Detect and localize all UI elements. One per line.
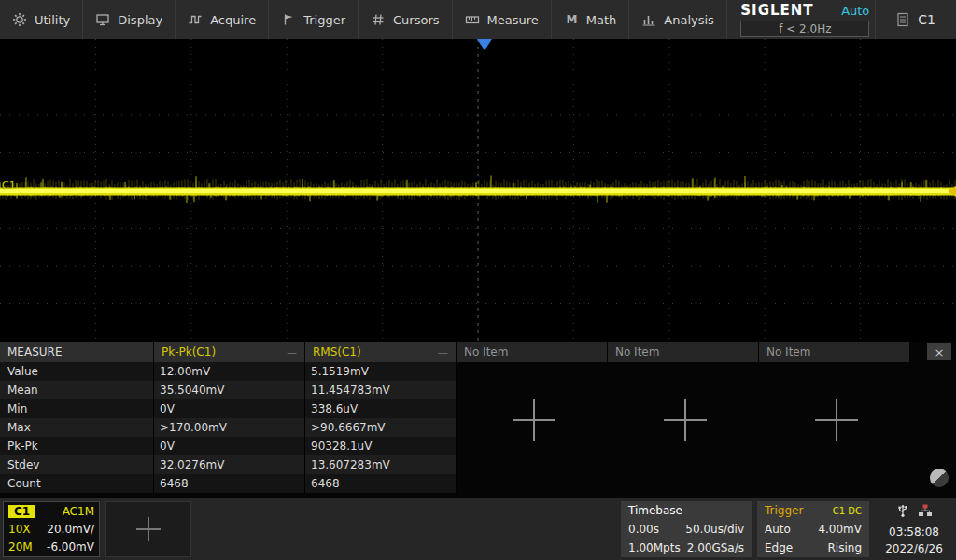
measure-stats-table: Value 12.00mV 5.1519mV Mean 35.5040mV 11… xyxy=(0,362,457,493)
channel-1-descriptor[interactable]: C1 AC1M 10X 20.0mV/ 20M -6.00mV xyxy=(3,501,100,557)
menu-analysis[interactable]: Analysis xyxy=(629,0,727,39)
channel-coupling: AC1M xyxy=(63,505,94,518)
menu-label: Analysis xyxy=(664,13,714,27)
acquisition-status: Auto xyxy=(841,4,869,18)
brand-logo: SIGLENT xyxy=(740,2,813,19)
timebase-descriptor[interactable]: Timebase 0.00s 50.0us/div 1.00Mpts 2.00G… xyxy=(621,501,752,557)
active-channel-button[interactable]: C1 xyxy=(875,0,956,39)
trigger-type: Edge xyxy=(765,541,793,554)
timebase-delay: 0.00s xyxy=(628,523,659,536)
channel-probe: 10X xyxy=(8,523,31,536)
trigger-level: 4.00mV xyxy=(818,523,862,536)
table-row: Min 0V 338.6uV xyxy=(0,399,457,418)
drag-handle[interactable] xyxy=(930,469,949,487)
table-row: Value 12.00mV 5.1519mV xyxy=(0,362,457,381)
clock-date: 2022/6/26 xyxy=(885,542,943,555)
table-row: Count 6468 6468 xyxy=(0,474,457,493)
measure-header-row: MEASURE Pk-Pk(C1) — RMS(C1) — No Item No… xyxy=(0,342,956,362)
add-channel-button[interactable] xyxy=(105,501,191,557)
brand-block: SIGLENT Auto f < 2.0Hz xyxy=(735,0,875,39)
measure-col-pkpk[interactable]: Pk-Pk(C1) — xyxy=(154,342,304,362)
measure-title: MEASURE xyxy=(0,342,153,362)
menu-trigger[interactable]: Trigger xyxy=(269,0,358,39)
menu-label: Display xyxy=(118,13,162,27)
channel-bandwidth: 20M xyxy=(8,540,33,553)
menu-label: Trigger xyxy=(303,13,345,27)
measure-panel: MEASURE Pk-Pk(C1) — RMS(C1) — No Item No… xyxy=(0,342,956,498)
waveform-display[interactable]: C1 xyxy=(0,39,956,342)
table-row: Mean 35.5040mV 11.454783mV xyxy=(0,381,457,399)
channel-scale: 20.0mV/ xyxy=(47,523,94,536)
lan-icon xyxy=(918,503,933,521)
menu-math[interactable]: M Math xyxy=(552,0,630,39)
measure-col-noitem-1[interactable]: No Item xyxy=(457,342,607,362)
menu-label: Acquire xyxy=(210,13,256,27)
analysis-chart-icon xyxy=(641,12,656,27)
channel-offset: -6.00mV xyxy=(47,540,94,553)
svg-text:M: M xyxy=(566,13,577,26)
menu-utility[interactable]: Utility xyxy=(0,0,83,39)
menu-label: Utility xyxy=(35,13,70,27)
measure-col-label: No Item xyxy=(615,345,659,358)
menu-label: Math xyxy=(586,13,617,27)
timebase-title: Timebase xyxy=(628,504,682,517)
measure-col-noitem-2[interactable]: No Item xyxy=(608,342,758,362)
gear-icon xyxy=(12,12,27,27)
bottom-bar: C1 AC1M 10X 20.0mV/ 20M -6.00mV Timebase… xyxy=(0,498,956,560)
timebase-scale: 50.0us/div xyxy=(685,523,744,536)
trigger-mode: Auto xyxy=(765,523,791,536)
measure-col-label: No Item xyxy=(766,345,810,358)
channel-list-icon xyxy=(896,12,909,27)
remove-measure-icon[interactable]: — xyxy=(287,346,297,358)
measure-col-noitem-3[interactable]: No Item xyxy=(759,342,909,362)
usb-icon xyxy=(895,503,910,521)
menu-label: Cursors xyxy=(393,13,440,27)
trigger-frequency-readout: f < 2.0Hz xyxy=(740,21,869,37)
menubar: Utility Display Acquire Trigger Cursors … xyxy=(0,0,956,39)
trigger-position-marker[interactable] xyxy=(477,39,492,50)
flag-icon xyxy=(281,12,296,27)
menu-measure[interactable]: Measure xyxy=(453,0,552,39)
measure-icon xyxy=(465,12,480,27)
table-row: Pk-Pk 0V 90328.1uV xyxy=(0,437,457,455)
table-row: Stdev 32.0276mV 13.607283mV xyxy=(0,455,457,474)
menu-display[interactable]: Display xyxy=(83,0,176,39)
status-clock-area: 03:58:08 2022/6/26 xyxy=(875,501,953,557)
acquire-waveform-icon xyxy=(188,12,203,27)
table-row: Max >170.00mV >90.6667mV xyxy=(0,418,457,437)
measure-col-label: RMS(C1) xyxy=(313,345,361,358)
remove-measure-icon[interactable]: — xyxy=(438,346,448,358)
menu-label: Measure xyxy=(487,13,539,27)
graticule-and-trace xyxy=(0,39,956,342)
trigger-title: Trigger xyxy=(765,504,803,517)
measure-col-label: Pk-Pk(C1) xyxy=(162,345,216,358)
trigger-descriptor[interactable]: Trigger C1 DC Auto 4.00mV Edge Rising xyxy=(757,501,869,557)
measure-col-rms[interactable]: RMS(C1) — xyxy=(305,342,456,362)
close-icon[interactable]: × xyxy=(927,343,951,360)
measure-col-label: No Item xyxy=(464,345,508,358)
add-measure-icon[interactable] xyxy=(664,399,707,441)
trigger-slope: Rising xyxy=(828,541,862,554)
clock-time: 03:58:08 xyxy=(889,525,939,539)
trigger-level-marker[interactable] xyxy=(948,186,956,197)
trigger-source: C1 DC xyxy=(833,506,862,516)
channel-offset-marker[interactable]: C1 xyxy=(2,179,16,191)
menu-cursors[interactable]: Cursors xyxy=(358,0,453,39)
math-icon: M xyxy=(564,12,579,27)
timebase-memory: 1.00Mpts xyxy=(628,541,681,554)
timebase-samplerate: 2.00GSa/s xyxy=(687,541,744,554)
active-channel-label: C1 xyxy=(918,12,935,27)
add-measure-icon[interactable] xyxy=(815,399,858,441)
cursors-icon xyxy=(371,12,386,27)
add-measure-icon[interactable] xyxy=(513,399,555,441)
display-icon xyxy=(95,12,110,27)
channel-badge: C1 xyxy=(8,505,35,518)
menu-acquire[interactable]: Acquire xyxy=(176,0,269,39)
